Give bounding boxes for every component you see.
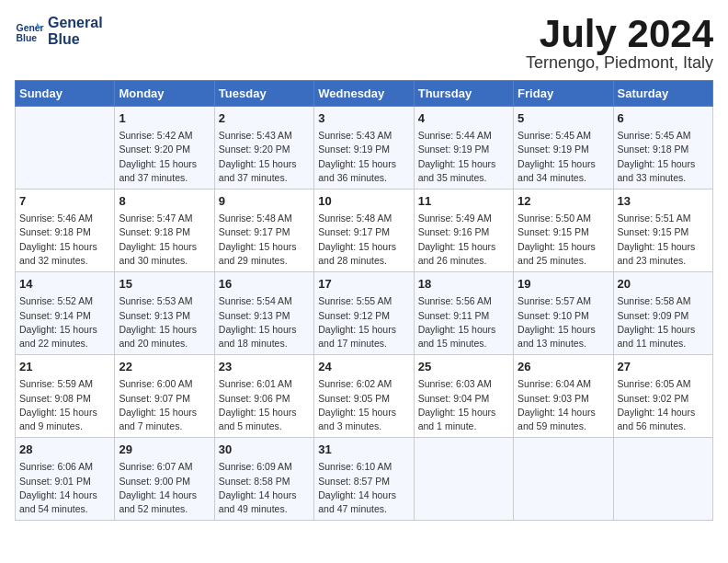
calendar-cell: 3Sunrise: 5:43 AM Sunset: 9:19 PM Daylig… xyxy=(314,107,414,190)
week-row-2: 7Sunrise: 5:46 AM Sunset: 9:18 PM Daylig… xyxy=(16,190,713,272)
day-number: 23 xyxy=(219,359,310,375)
day-number: 17 xyxy=(318,276,409,293)
day-number: 16 xyxy=(219,276,310,293)
day-number: 30 xyxy=(219,442,310,458)
day-number: 10 xyxy=(318,193,409,210)
calendar-cell: 27Sunrise: 6:05 AM Sunset: 9:02 PM Dayli… xyxy=(613,355,712,438)
day-number: 8 xyxy=(119,193,210,210)
location: Ternengo, Piedmont, Italy xyxy=(526,53,713,73)
day-number: 11 xyxy=(418,193,509,210)
logo-line1: General xyxy=(48,15,103,31)
cell-info: Sunrise: 5:45 AM Sunset: 9:18 PM Dayligh… xyxy=(618,129,709,185)
weekday-header-friday: Friday xyxy=(514,81,613,107)
weekday-header-thursday: Thursday xyxy=(414,81,513,107)
day-number: 28 xyxy=(19,442,110,458)
day-number: 2 xyxy=(219,110,310,127)
weekday-header-wednesday: Wednesday xyxy=(314,81,414,107)
cell-info: Sunrise: 6:10 AM Sunset: 8:57 PM Dayligh… xyxy=(318,460,409,516)
cell-info: Sunrise: 5:53 AM Sunset: 9:13 PM Dayligh… xyxy=(119,294,210,350)
day-number: 15 xyxy=(119,276,210,293)
day-number: 21 xyxy=(19,359,110,375)
calendar-cell: 26Sunrise: 6:04 AM Sunset: 9:03 PM Dayli… xyxy=(514,355,613,438)
cell-info: Sunrise: 6:06 AM Sunset: 9:01 PM Dayligh… xyxy=(19,460,110,516)
day-number: 25 xyxy=(418,359,509,375)
calendar-cell: 6Sunrise: 5:45 AM Sunset: 9:18 PM Daylig… xyxy=(613,107,712,190)
page-header: General Blue General Blue July 2024 Tern… xyxy=(15,15,713,73)
day-number: 31 xyxy=(318,442,409,458)
calendar-cell: 28Sunrise: 6:06 AM Sunset: 9:01 PM Dayli… xyxy=(16,438,115,521)
calendar-cell: 2Sunrise: 5:43 AM Sunset: 9:20 PM Daylig… xyxy=(214,107,313,190)
month-title: July 2024 xyxy=(526,15,713,53)
weekday-header-row: SundayMondayTuesdayWednesdayThursdayFrid… xyxy=(16,81,713,107)
calendar-cell: 29Sunrise: 6:07 AM Sunset: 9:00 PM Dayli… xyxy=(115,438,214,521)
calendar-cell: 24Sunrise: 6:02 AM Sunset: 9:05 PM Dayli… xyxy=(314,355,414,438)
weekday-header-tuesday: Tuesday xyxy=(214,81,313,107)
calendar-cell xyxy=(414,438,513,521)
day-number: 20 xyxy=(618,276,709,293)
calendar-cell: 25Sunrise: 6:03 AM Sunset: 9:04 PM Dayli… xyxy=(414,355,513,438)
calendar-cell: 19Sunrise: 5:57 AM Sunset: 9:10 PM Dayli… xyxy=(514,272,613,355)
day-number: 12 xyxy=(518,193,609,210)
calendar-cell: 9Sunrise: 5:48 AM Sunset: 9:17 PM Daylig… xyxy=(214,190,313,272)
logo-icon: General Blue xyxy=(15,17,44,46)
calendar-cell: 17Sunrise: 5:55 AM Sunset: 9:12 PM Dayli… xyxy=(314,272,414,355)
day-number: 14 xyxy=(19,276,110,293)
calendar-cell: 18Sunrise: 5:56 AM Sunset: 9:11 PM Dayli… xyxy=(414,272,513,355)
calendar-cell: 10Sunrise: 5:48 AM Sunset: 9:17 PM Dayli… xyxy=(314,190,414,272)
cell-info: Sunrise: 6:04 AM Sunset: 9:03 PM Dayligh… xyxy=(518,377,609,433)
day-number: 26 xyxy=(518,359,609,375)
svg-text:Blue: Blue xyxy=(17,33,38,43)
calendar-cell: 4Sunrise: 5:44 AM Sunset: 9:19 PM Daylig… xyxy=(414,107,513,190)
calendar-cell: 7Sunrise: 5:46 AM Sunset: 9:18 PM Daylig… xyxy=(16,190,115,272)
calendar-cell: 22Sunrise: 6:00 AM Sunset: 9:07 PM Dayli… xyxy=(115,355,214,438)
calendar-cell: 21Sunrise: 5:59 AM Sunset: 9:08 PM Dayli… xyxy=(16,355,115,438)
calendar-cell: 30Sunrise: 6:09 AM Sunset: 8:58 PM Dayli… xyxy=(214,438,313,521)
day-number: 18 xyxy=(418,276,509,293)
calendar-cell: 1Sunrise: 5:42 AM Sunset: 9:20 PM Daylig… xyxy=(115,107,214,190)
cell-info: Sunrise: 5:43 AM Sunset: 9:20 PM Dayligh… xyxy=(219,129,310,185)
cell-info: Sunrise: 5:55 AM Sunset: 9:12 PM Dayligh… xyxy=(318,294,409,350)
calendar-cell: 20Sunrise: 5:58 AM Sunset: 9:09 PM Dayli… xyxy=(613,272,712,355)
day-number: 4 xyxy=(418,110,509,127)
cell-info: Sunrise: 5:45 AM Sunset: 9:19 PM Dayligh… xyxy=(518,129,609,185)
cell-info: Sunrise: 5:51 AM Sunset: 9:15 PM Dayligh… xyxy=(618,212,709,268)
cell-info: Sunrise: 5:43 AM Sunset: 9:19 PM Dayligh… xyxy=(318,129,409,185)
cell-info: Sunrise: 6:05 AM Sunset: 9:02 PM Dayligh… xyxy=(618,377,709,433)
cell-info: Sunrise: 6:00 AM Sunset: 9:07 PM Dayligh… xyxy=(119,377,210,433)
calendar-cell xyxy=(16,107,115,190)
cell-info: Sunrise: 5:49 AM Sunset: 9:16 PM Dayligh… xyxy=(418,212,509,268)
weekday-header-saturday: Saturday xyxy=(613,81,712,107)
cell-info: Sunrise: 5:47 AM Sunset: 9:18 PM Dayligh… xyxy=(119,212,210,268)
day-number: 19 xyxy=(518,276,609,293)
calendar-cell: 15Sunrise: 5:53 AM Sunset: 9:13 PM Dayli… xyxy=(115,272,214,355)
week-row-1: 1Sunrise: 5:42 AM Sunset: 9:20 PM Daylig… xyxy=(16,107,713,190)
day-number: 6 xyxy=(618,110,709,127)
cell-info: Sunrise: 5:44 AM Sunset: 9:19 PM Dayligh… xyxy=(418,129,509,185)
calendar-cell: 31Sunrise: 6:10 AM Sunset: 8:57 PM Dayli… xyxy=(314,438,414,521)
cell-info: Sunrise: 5:42 AM Sunset: 9:20 PM Dayligh… xyxy=(119,129,210,185)
day-number: 24 xyxy=(318,359,409,375)
day-number: 9 xyxy=(219,193,310,210)
calendar-cell: 23Sunrise: 6:01 AM Sunset: 9:06 PM Dayli… xyxy=(214,355,313,438)
cell-info: Sunrise: 5:50 AM Sunset: 9:15 PM Dayligh… xyxy=(518,212,609,268)
cell-info: Sunrise: 5:48 AM Sunset: 9:17 PM Dayligh… xyxy=(318,212,409,268)
day-number: 1 xyxy=(119,110,210,127)
week-row-4: 21Sunrise: 5:59 AM Sunset: 9:08 PM Dayli… xyxy=(16,355,713,438)
calendar-cell: 13Sunrise: 5:51 AM Sunset: 9:15 PM Dayli… xyxy=(613,190,712,272)
weekday-header-sunday: Sunday xyxy=(16,81,115,107)
calendar-cell: 11Sunrise: 5:49 AM Sunset: 9:16 PM Dayli… xyxy=(414,190,513,272)
day-number: 13 xyxy=(618,193,709,210)
week-row-5: 28Sunrise: 6:06 AM Sunset: 9:01 PM Dayli… xyxy=(16,438,713,521)
week-row-3: 14Sunrise: 5:52 AM Sunset: 9:14 PM Dayli… xyxy=(16,272,713,355)
cell-info: Sunrise: 5:48 AM Sunset: 9:17 PM Dayligh… xyxy=(219,212,310,268)
cell-info: Sunrise: 5:46 AM Sunset: 9:18 PM Dayligh… xyxy=(19,212,110,268)
day-number: 7 xyxy=(19,193,110,210)
day-number: 22 xyxy=(119,359,210,375)
title-area: July 2024 Ternengo, Piedmont, Italy xyxy=(526,15,713,73)
cell-info: Sunrise: 6:03 AM Sunset: 9:04 PM Dayligh… xyxy=(418,377,509,433)
calendar-cell: 12Sunrise: 5:50 AM Sunset: 9:15 PM Dayli… xyxy=(514,190,613,272)
cell-info: Sunrise: 6:07 AM Sunset: 9:00 PM Dayligh… xyxy=(119,460,210,516)
weekday-header-monday: Monday xyxy=(115,81,214,107)
calendar-cell: 5Sunrise: 5:45 AM Sunset: 9:19 PM Daylig… xyxy=(514,107,613,190)
cell-info: Sunrise: 5:56 AM Sunset: 9:11 PM Dayligh… xyxy=(418,294,509,350)
